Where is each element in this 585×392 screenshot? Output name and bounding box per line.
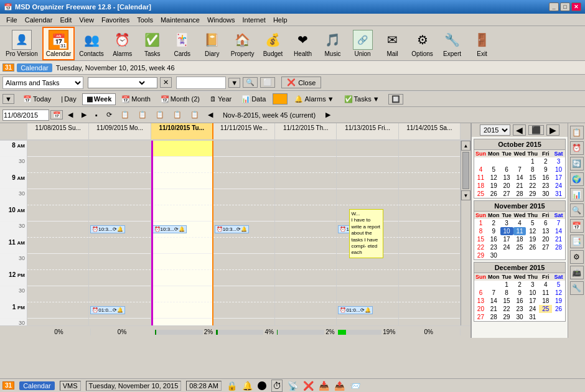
mini-day[interactable]: 22: [500, 305, 513, 313]
mini-day[interactable]: 3: [500, 219, 513, 227]
far-right-btn3[interactable]: 🔄: [570, 157, 584, 170]
mini-day[interactable]: 8: [500, 289, 513, 297]
calendar-tab-label[interactable]: Calendar: [17, 63, 52, 72]
task-wed-1030[interactable]: ⏰10:3...⟳🔔: [213, 222, 274, 238]
menu-edit[interactable]: Edit: [56, 15, 75, 25]
day-col-sun[interactable]: [27, 141, 89, 325]
mini-day[interactable]: 5: [526, 219, 539, 227]
mini-day[interactable]: 13: [474, 297, 487, 305]
nav-misc-btn7[interactable]: 📋: [187, 109, 203, 121]
cal-body[interactable]: 8 AM 30 9 AM 30 10 AM 30 11 AM 30 12 PM …: [0, 141, 470, 325]
col-header-sun[interactable]: 11/08/2015 Su...: [27, 123, 89, 139]
health-btn[interactable]: ❤ Health: [289, 27, 317, 60]
mini-day[interactable]: 29: [526, 190, 539, 198]
col-header-thu[interactable]: 11/12/2015 Th...: [275, 123, 337, 139]
mini-day[interactable]: 10: [552, 166, 565, 174]
mini-day[interactable]: 25: [474, 190, 487, 198]
status-bell-icon[interactable]: 🔔: [242, 381, 253, 391]
mini-day[interactable]: 7: [513, 166, 526, 174]
mini-day[interactable]: 23: [539, 182, 552, 190]
calendar-btn[interactable]: 📅 31 Calendar: [42, 27, 75, 60]
scroll-thumb[interactable]: [462, 152, 469, 189]
filter-delete-btn[interactable]: ✕: [160, 77, 172, 88]
mini-day[interactable]: 14: [487, 297, 500, 305]
mini-day[interactable]: 4: [513, 219, 526, 227]
mini-day[interactable]: 6: [474, 289, 487, 297]
property-btn[interactable]: 🏠 Property: [228, 27, 258, 60]
mini-day[interactable]: 2: [487, 219, 500, 227]
far-right-btn11[interactable]: 🔧: [570, 281, 584, 295]
far-right-btn5[interactable]: 📊: [570, 188, 584, 202]
mini-day[interactable]: 12: [526, 227, 539, 235]
mini-day[interactable]: 5: [552, 281, 565, 289]
minimize-btn[interactable]: _: [549, 2, 559, 11]
mini-day[interactable]: [513, 157, 526, 166]
mini-day[interactable]: 27: [474, 313, 487, 321]
far-right-btn4[interactable]: 🌍: [570, 172, 584, 186]
day-col-tue[interactable]: ⏰10:3...⟳🔔: [151, 141, 213, 325]
far-right-btn8[interactable]: 📑: [570, 235, 584, 248]
mini-day[interactable]: [500, 157, 513, 166]
mini-day[interactable]: 28: [513, 190, 526, 198]
mini-day[interactable]: 21: [552, 235, 565, 243]
mini-day[interactable]: 31: [552, 190, 565, 198]
status-misc3[interactable]: 📥: [319, 381, 329, 391]
mini-day[interactable]: 21: [513, 182, 526, 190]
mini-day[interactable]: 27: [539, 243, 552, 251]
maximize-btn[interactable]: □: [560, 2, 570, 11]
mini-day[interactable]: 16: [513, 297, 526, 305]
col-header-fri[interactable]: 11/13/2015 Fri...: [337, 123, 398, 139]
mini-day[interactable]: 17: [526, 297, 539, 305]
date-input[interactable]: [2, 110, 49, 121]
nav-misc-btn3[interactable]: 📋: [117, 109, 133, 121]
mini-day-selected[interactable]: 11: [513, 227, 526, 235]
mini-day[interactable]: 8: [474, 227, 487, 235]
menu-maintenance[interactable]: Maintenance: [157, 15, 204, 25]
col-header-sat[interactable]: 11/14/2015 Sa...: [399, 123, 461, 139]
mini-day[interactable]: 1: [474, 219, 487, 227]
mini-day[interactable]: [474, 157, 487, 166]
mini-day[interactable]: 13: [539, 227, 552, 235]
mini-day[interactable]: 2: [513, 281, 526, 289]
far-right-btn10[interactable]: 📠: [570, 266, 584, 279]
task-mon-1030[interactable]: ⏰10:3...⟳🔔: [89, 222, 150, 238]
close-btn[interactable]: ✕: [571, 2, 581, 11]
year-btn[interactable]: 🗓 Year: [205, 93, 236, 105]
mini-day[interactable]: 17: [552, 174, 565, 182]
mini-day[interactable]: 10: [526, 289, 539, 297]
data-btn[interactable]: 📊 Data: [237, 93, 270, 105]
mini-day-today[interactable]: 10: [500, 227, 513, 235]
far-right-btn6[interactable]: 🔍: [570, 203, 584, 217]
menu-help[interactable]: Help: [269, 15, 291, 25]
menu-internet[interactable]: Internet: [239, 15, 269, 25]
task-tue-1030[interactable]: ⏰10:3...⟳🔔: [151, 222, 212, 238]
mini-day[interactable]: 6: [500, 166, 513, 174]
extra-btn[interactable]: 🔲: [388, 94, 403, 105]
mini-day[interactable]: 30: [487, 251, 500, 259]
mini-day[interactable]: 9: [487, 227, 500, 235]
alarms-menu-btn[interactable]: 🔔 Alarms ▼: [290, 93, 338, 105]
status-misc4[interactable]: 📤: [334, 381, 345, 391]
day-btn[interactable]: | Day: [57, 93, 80, 105]
mini-day[interactable]: 23: [513, 305, 526, 313]
month2-btn[interactable]: 📆 Month (2): [156, 93, 204, 105]
mini-day[interactable]: 24: [552, 182, 565, 190]
mini-day[interactable]: 7: [552, 219, 565, 227]
exit-btn[interactable]: 🚪 Exit: [468, 27, 497, 60]
close-filter-btn[interactable]: ❌ Close: [281, 77, 321, 88]
today-btn[interactable]: 📅 Today: [19, 93, 55, 105]
task-mon-100[interactable]: ⏰01:0...⟳🔔: [89, 302, 150, 319]
status-cal-tab[interactable]: Calendar: [19, 381, 55, 390]
pro-version-btn[interactable]: 👤 Pro Version: [2, 27, 41, 60]
day-col-sat[interactable]: [399, 141, 461, 325]
mini-day[interactable]: 18: [513, 235, 526, 243]
nav-misc-btn5[interactable]: 📋: [152, 109, 168, 121]
alarms-tasks-combo[interactable]: Alarms and Tasks Alarms only Tasks only: [2, 77, 83, 89]
prev-week-btn[interactable]: ◀: [64, 109, 77, 121]
mail-btn[interactable]: ✉ Mail: [378, 27, 407, 60]
month-btn[interactable]: 📆 Month: [117, 93, 155, 105]
day-col-fri[interactable]: ⏰1... W...I have to write a report about…: [337, 141, 398, 325]
cal-picker-btn[interactable]: 📅: [50, 110, 63, 119]
mini-day[interactable]: 3: [526, 281, 539, 289]
status-clock-icon[interactable]: ⏱: [271, 380, 283, 392]
